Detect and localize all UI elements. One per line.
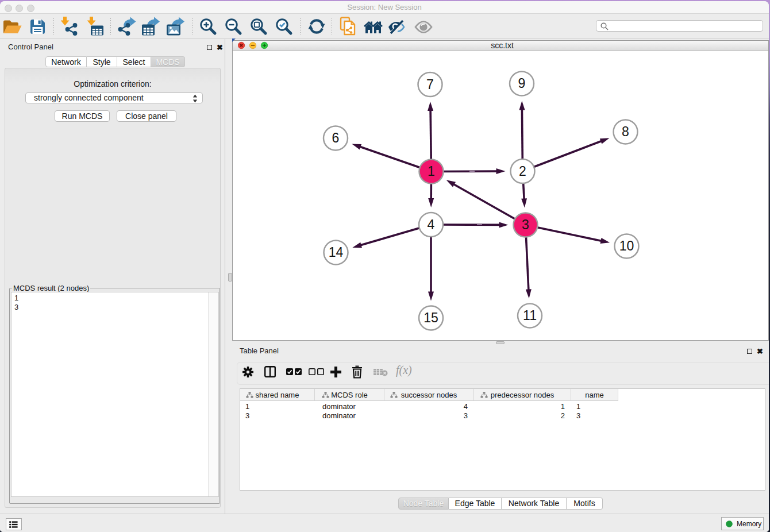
svg-text:3: 3 [522,217,529,232]
svg-text:14: 14 [329,245,344,260]
svg-text:4: 4 [428,217,435,232]
svg-text:10: 10 [619,238,634,253]
svg-text:15: 15 [424,310,438,325]
svg-text:1: 1 [428,164,435,179]
svg-text:8: 8 [622,124,629,139]
svg-text:11: 11 [523,308,537,323]
svg-text:6: 6 [332,130,340,145]
svg-text:2: 2 [519,163,526,178]
svg-text:9: 9 [518,76,526,91]
svg-text:7: 7 [426,76,434,91]
